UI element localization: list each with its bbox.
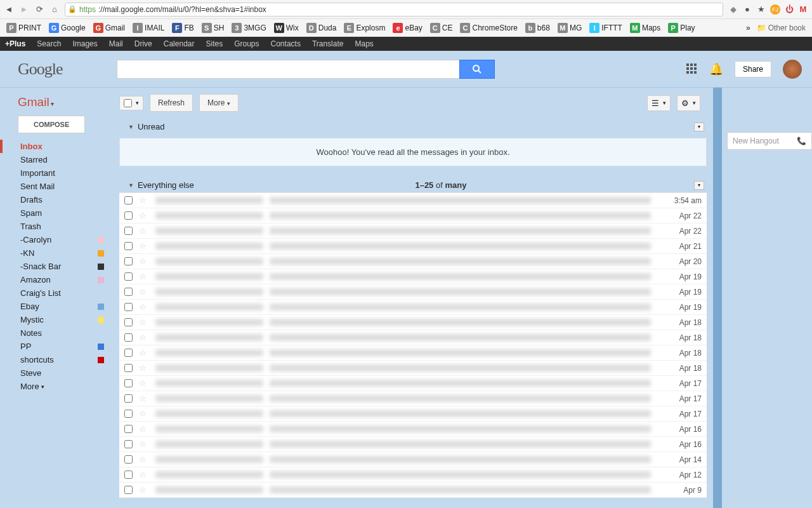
section-menu-icon[interactable]: ▾: [694, 123, 704, 131]
bookmark-item[interactable]: CCE: [428, 22, 455, 34]
row-checkbox[interactable]: [124, 288, 133, 296]
sidebar-item[interactable]: Starred: [0, 153, 113, 166]
mail-row[interactable]: ☆3:54 am: [119, 193, 707, 208]
scrollbar[interactable]: [713, 88, 722, 508]
sidebar-item[interactable]: PP: [0, 340, 113, 353]
share-button[interactable]: Share: [735, 61, 771, 77]
row-checkbox[interactable]: [124, 333, 133, 342]
row-checkbox[interactable]: [124, 242, 133, 250]
bookmark-item[interactable]: 33MGG: [229, 22, 268, 34]
bookmarks-overflow[interactable]: »: [746, 23, 750, 32]
mail-row[interactable]: ☆Apr 18: [119, 315, 707, 330]
mail-row[interactable]: ☆Apr 20: [119, 254, 707, 269]
row-checkbox[interactable]: [124, 349, 133, 357]
sidebar-item[interactable]: Spam: [0, 206, 113, 220]
row-checkbox[interactable]: [124, 318, 133, 326]
bookmark-item[interactable]: IIFTTT: [587, 22, 625, 34]
googlebar-link[interactable]: Sites: [206, 39, 223, 48]
sidebar-item[interactable]: Trash: [0, 220, 113, 233]
settings-button[interactable]: ⚙ ▾: [677, 95, 700, 111]
sidebar-item[interactable]: Sent Mail: [0, 180, 113, 193]
bookmark-item[interactable]: MMG: [555, 22, 584, 34]
row-checkbox[interactable]: [124, 211, 133, 220]
row-checkbox[interactable]: [124, 364, 133, 372]
star-icon[interactable]: ☆: [139, 196, 147, 205]
ext-icon[interactable]: ◆: [728, 4, 738, 15]
sidebar-item[interactable]: Important: [0, 166, 113, 180]
mail-row[interactable]: ☆Apr 14: [119, 452, 707, 467]
star-icon[interactable]: ☆: [139, 287, 147, 297]
bookmark-item[interactable]: PPRINT: [4, 22, 44, 34]
star-icon[interactable]: ☆: [139, 348, 147, 358]
star-icon[interactable]: ☆: [139, 257, 147, 266]
star-icon[interactable]: ☆: [139, 470, 147, 479]
ext-icon[interactable]: FJ: [770, 4, 780, 15]
row-checkbox[interactable]: [124, 272, 133, 281]
mail-row[interactable]: ☆Apr 22: [119, 224, 707, 239]
apps-icon[interactable]: [686, 64, 698, 75]
mail-row[interactable]: ☆Apr 21: [119, 239, 707, 254]
star-icon[interactable]: ☆: [139, 409, 147, 418]
forward-button[interactable]: ►: [19, 4, 29, 15]
googlebar-link[interactable]: Groups: [234, 39, 259, 48]
sidebar-item[interactable]: -KN: [0, 246, 113, 260]
star-icon[interactable]: ☆: [139, 318, 147, 327]
avatar[interactable]: [783, 60, 802, 79]
mail-row[interactable]: ☆Apr 18: [119, 361, 707, 376]
row-checkbox[interactable]: [124, 303, 133, 311]
select-all-checkbox[interactable]: ▾: [119, 96, 143, 110]
mail-row[interactable]: ☆Apr 18: [119, 330, 707, 345]
row-checkbox[interactable]: [124, 486, 133, 494]
mail-row[interactable]: ☆Apr 19: [119, 300, 707, 315]
bookmark-star-icon[interactable]: ★: [756, 4, 766, 15]
googlebar-link[interactable]: Contacts: [271, 39, 301, 48]
star-icon[interactable]: ☆: [139, 333, 147, 342]
more-button[interactable]: More ▾: [199, 94, 239, 112]
star-icon[interactable]: ☆: [139, 394, 147, 403]
mail-row[interactable]: ☆Apr 17: [119, 391, 707, 406]
mail-row[interactable]: ☆Apr 19: [119, 269, 707, 284]
sidebar-item[interactable]: Amazon: [0, 273, 113, 286]
mail-row[interactable]: ☆Apr 22: [119, 208, 707, 224]
compose-button[interactable]: COMPOSE: [18, 116, 85, 133]
googlebar-link[interactable]: +Plus: [5, 39, 25, 48]
bookmark-item[interactable]: MMaps: [627, 22, 663, 34]
bookmark-item[interactable]: DDuda: [304, 22, 339, 34]
row-checkbox[interactable]: [124, 196, 133, 204]
star-icon[interactable]: ☆: [139, 378, 147, 388]
bookmark-item[interactable]: EExplosm: [341, 22, 388, 34]
row-checkbox[interactable]: [124, 410, 133, 418]
googlebar-link[interactable]: Translate: [312, 39, 344, 48]
row-checkbox[interactable]: [124, 257, 133, 265]
bookmark-item[interactable]: GGmail: [91, 22, 128, 34]
ext-icon[interactable]: ●: [742, 4, 752, 15]
sidebar-item[interactable]: Mystic: [0, 313, 113, 326]
star-icon[interactable]: ☆: [139, 272, 147, 281]
sidebar-item[interactable]: shortcuts: [0, 353, 113, 366]
googlebar-link[interactable]: Search: [37, 39, 61, 48]
section-unread-header[interactable]: ▼ Unread ▾: [119, 119, 713, 134]
hangout-input[interactable]: New Hangout 📞: [727, 132, 812, 150]
row-checkbox[interactable]: [124, 394, 133, 403]
row-checkbox[interactable]: [124, 379, 133, 387]
bookmark-item[interactable]: PPlay: [665, 22, 697, 34]
googlebar-link[interactable]: Calendar: [164, 39, 195, 48]
reload-button[interactable]: ⟳: [34, 4, 44, 15]
product-switcher[interactable]: Gmail: [0, 95, 113, 116]
mail-row[interactable]: ☆Apr 19: [119, 284, 707, 300]
home-button[interactable]: ⌂: [49, 4, 60, 15]
bookmark-item[interactable]: eeBay: [390, 22, 424, 34]
star-icon[interactable]: ☆: [139, 424, 147, 434]
googlebar-link[interactable]: Images: [72, 39, 97, 48]
density-toggle[interactable]: ☰ ▾: [647, 95, 671, 111]
row-checkbox[interactable]: [124, 425, 133, 433]
googlebar-link[interactable]: Mail: [109, 39, 123, 48]
bookmark-item[interactable]: IIMAIL: [130, 22, 167, 34]
mail-row[interactable]: ☆Apr 17: [119, 406, 707, 422]
row-checkbox[interactable]: [124, 227, 133, 235]
bookmark-item[interactable]: GGoogle: [46, 22, 88, 34]
sidebar-item[interactable]: Ebay: [0, 300, 113, 313]
star-icon[interactable]: ☆: [139, 439, 147, 449]
sidebar-item[interactable]: Notes: [0, 326, 113, 340]
address-bar[interactable]: 🔒 https://mail.google.com/mail/u/0/?hl=e…: [65, 3, 723, 17]
